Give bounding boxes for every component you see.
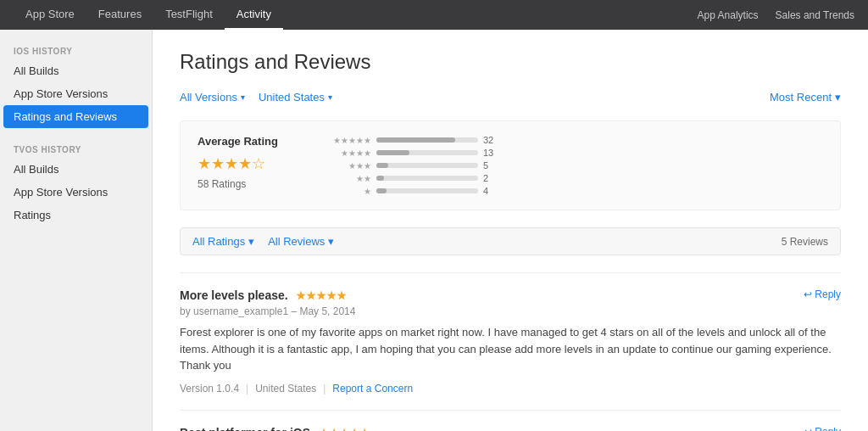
nav-app-store[interactable]: App Store xyxy=(14,0,86,30)
review-card: Best platformer for iOS ★★★★★ ↩ Reply by… xyxy=(180,410,841,432)
filter-bar: All Versions ▾ United States ▾ Most Rece… xyxy=(180,91,841,104)
bar-fill xyxy=(376,188,387,193)
nav-app-analytics[interactable]: App Analytics xyxy=(698,9,759,21)
bar-stars-label: ★★★ xyxy=(329,161,371,171)
bar-stars-label: ★★★★ xyxy=(329,148,371,158)
review-country: United States xyxy=(255,383,316,395)
reviews-container: More levels please. ★★★★★ ↩ Reply by use… xyxy=(180,272,841,431)
top-nav: App Store Features TestFlight Activity A… xyxy=(0,0,868,30)
version-filter-label: All Versions xyxy=(180,91,237,104)
bar-fill xyxy=(376,150,410,155)
sidebar-ios-ratings-reviews[interactable]: Ratings and Reviews xyxy=(3,105,148,128)
sort-filter-label: Most Recent xyxy=(770,91,832,104)
page-title: Ratings and Reviews xyxy=(180,50,841,74)
version-filter[interactable]: All Versions ▾ xyxy=(180,91,245,104)
version-chevron-icon: ▾ xyxy=(241,92,245,102)
reply-label: Reply xyxy=(815,426,841,432)
bar-stars-label: ★ xyxy=(329,187,371,196)
bar-count: 32 xyxy=(483,135,500,145)
reply-icon: ↩ xyxy=(804,426,812,432)
avg-count: 58 Ratings xyxy=(198,178,278,190)
nav-testflight[interactable]: TestFlight xyxy=(153,0,225,30)
rating-bar-row: ★★★★ 13 xyxy=(329,148,500,158)
avg-left: Average Rating ★★★★☆ 58 Ratings xyxy=(198,135,278,190)
ios-section-label: iOS History xyxy=(0,40,152,59)
bar-count: 4 xyxy=(483,186,500,196)
nav-features[interactable]: Features xyxy=(86,0,153,30)
review-footer: Version 1.0.4 | United States | Report a… xyxy=(180,383,841,395)
ratings-filter[interactable]: All Ratings ▾ xyxy=(192,235,254,248)
nav-sales-trends[interactable]: Sales and Trends xyxy=(776,9,854,21)
bar-count: 13 xyxy=(483,148,500,158)
avg-stars: ★★★★☆ xyxy=(198,154,278,173)
bar-track xyxy=(376,163,478,168)
sort-filter[interactable]: Most Recent ▾ xyxy=(770,91,841,104)
rating-bar-row: ★★ 2 xyxy=(329,173,500,183)
reviews-filter[interactable]: All Reviews ▾ xyxy=(268,235,334,248)
reviews-chevron-icon: ▾ xyxy=(328,235,334,248)
country-filter[interactable]: United States ▾ xyxy=(259,91,332,104)
rating-bar-row: ★★★ 5 xyxy=(329,160,500,171)
review-title: More levels please. ★★★★★ xyxy=(180,288,347,302)
layout: iOS History All Builds App Store Version… xyxy=(0,30,868,431)
bar-fill xyxy=(376,176,385,181)
avg-rating-container: Average Rating ★★★★☆ 58 Ratings ★★★★★ 32… xyxy=(180,120,841,210)
review-meta: by username_example1 – May 5, 2014 xyxy=(180,305,841,317)
top-nav-right: App Analytics Sales and Trends xyxy=(698,9,854,21)
sidebar-tvos-app-store-versions[interactable]: App Store Versions xyxy=(0,181,152,204)
review-stars: ★★★★★ xyxy=(319,427,370,432)
bar-count: 5 xyxy=(483,160,500,171)
bar-track xyxy=(376,137,478,143)
bar-fill xyxy=(376,137,456,143)
tvos-section-label: tvOS History xyxy=(0,138,152,158)
nav-activity[interactable]: Activity xyxy=(225,0,283,30)
review-card: More levels please. ★★★★★ ↩ Reply by use… xyxy=(180,272,841,410)
country-chevron-icon: ▾ xyxy=(328,92,332,102)
avg-label: Average Rating xyxy=(198,135,278,148)
rating-bars: ★★★★★ 32 ★★★★ 13 ★★★ 5 ★★ 2 ★ xyxy=(329,135,500,196)
sidebar-tvos-all-builds[interactable]: All Builds xyxy=(0,158,152,181)
sidebar-ios-app-store-versions[interactable]: App Store Versions xyxy=(0,82,152,105)
review-header: Best platformer for iOS ★★★★★ ↩ Reply xyxy=(180,426,841,432)
reply-icon: ↩ xyxy=(804,288,812,300)
sidebar-ios-all-builds[interactable]: All Builds xyxy=(0,59,152,82)
main-content: Ratings and Reviews All Versions ▾ Unite… xyxy=(153,30,868,431)
review-header: More levels please. ★★★★★ ↩ Reply xyxy=(180,288,841,302)
review-body: Forest explorer is one of my favorite ap… xyxy=(180,324,841,374)
separator: | xyxy=(246,383,248,395)
bar-track xyxy=(376,150,478,155)
review-stars: ★★★★★ xyxy=(296,289,347,302)
reply-button[interactable]: ↩ Reply xyxy=(804,426,841,432)
rating-bar-row: ★★★★★ 32 xyxy=(329,135,500,145)
review-version: Version 1.0.4 xyxy=(180,383,239,395)
country-filter-label: United States xyxy=(259,91,325,104)
bar-fill xyxy=(376,163,388,168)
bar-count: 2 xyxy=(483,173,500,183)
rating-bar-row: ★ 4 xyxy=(329,186,500,196)
bar-track xyxy=(376,176,478,181)
review-title: Best platformer for iOS ★★★★★ xyxy=(180,426,370,432)
bar-stars-label: ★★★★★ xyxy=(329,136,371,145)
top-nav-left: App Store Features TestFlight Activity xyxy=(14,0,283,30)
reply-label: Reply xyxy=(815,288,841,300)
reply-button[interactable]: ↩ Reply xyxy=(804,288,841,300)
report-concern-link[interactable]: Report a Concern xyxy=(332,383,413,395)
reviews-filter-row: All Ratings ▾ All Reviews ▾ 5 Reviews xyxy=(180,227,841,255)
ratings-chevron-icon: ▾ xyxy=(248,235,254,248)
sidebar: iOS History All Builds App Store Version… xyxy=(0,30,153,431)
ratings-filter-label: All Ratings xyxy=(192,235,245,248)
sidebar-tvos-ratings[interactable]: Ratings xyxy=(0,204,152,227)
reviews-filter-label: All Reviews xyxy=(268,235,325,248)
bar-track xyxy=(376,188,478,193)
bar-stars-label: ★★ xyxy=(329,174,371,183)
sort-chevron-icon: ▾ xyxy=(835,91,841,104)
reviews-count: 5 Reviews xyxy=(782,236,828,248)
separator-2: | xyxy=(323,383,326,395)
